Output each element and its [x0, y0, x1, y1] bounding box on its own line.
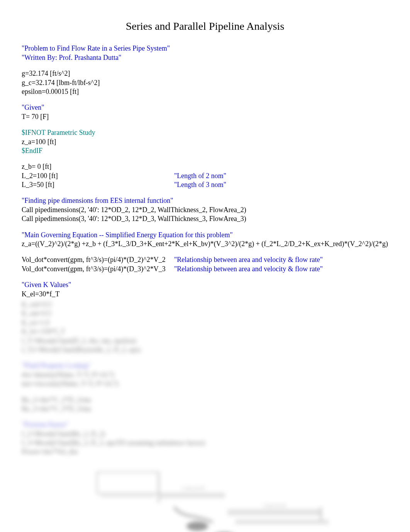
blurred-line: Re_2=rho*V_2*D_2/mu — [22, 396, 388, 405]
page-title: Series and Parallel Pipeline Analysis — [22, 19, 388, 33]
directive-endif: $EndIF — [22, 146, 388, 155]
blurred-line: mu=viscosity(Water, T=T, P=14.7) — [22, 379, 388, 388]
k-el: K_el=30*f_T — [22, 290, 388, 299]
section-main-eq: "Main Governing Equation -- Simplified E… — [22, 231, 388, 240]
z-a: z_a=100 [ft] — [22, 138, 388, 146]
given-t: T= 70 [F] — [22, 112, 388, 121]
author-line: "Written By: Prof. Prashanta Dutta" — [22, 53, 388, 62]
given-label: "Given" — [22, 103, 388, 112]
directive-ifnot: $IFNOT Parametric Study — [22, 128, 388, 137]
blurred-line: K_bv=150*f_T — [22, 327, 388, 336]
problem-statement: "Problem to Find Flow Rate in a Series P… — [22, 44, 388, 53]
l2-comment: "Length of 2 nom" — [174, 172, 388, 180]
blurred-line: K_ex=1.0 — [22, 318, 388, 327]
blurred-line: Re_3=rho*V_3*D_3/mu — [22, 405, 388, 413]
l2-value: L_2=100 [ft] — [22, 172, 174, 180]
svg-rect-0 — [97, 472, 159, 493]
blurred-section-head: "Fluid Property Lookup" — [22, 361, 388, 370]
blurred-content: K_red=0.5 K_ent=0.5 K_ex=1.0 K_bv=150*f_… — [22, 300, 388, 457]
call-pipe-2: Call pipedimensions(2, '40': 12*OD_2, 12… — [22, 206, 388, 214]
voldot1-eq: Vol_dot*convert(gpm, ft^3/s)=(pi/4)*(D_2… — [22, 255, 174, 264]
voldot1-comment: "Relationship between area and velocity … — [174, 255, 388, 264]
pipeline-diagram: 3 nom sch 40 reducer 2 nom sch 40 — [81, 468, 329, 532]
section-k-values: "Given K Values" — [22, 280, 388, 289]
constant-g: g=32.174 [ft/s^2] — [22, 69, 388, 78]
blurred-line: f_T=MoodyChart(D_2, rho, mu, epsilon) — [22, 337, 388, 345]
blurred-line: K_red=0.5 — [22, 300, 388, 309]
svg-text:2 nom sch 40: 2 nom sch 40 — [263, 503, 286, 508]
main-equation: z_a=((V_2)^2)/(2*g) +z_b + (f_3*L_3/D_3+… — [22, 240, 388, 248]
constant-gc: g_c=32.174 [lbm-ft/lbf-s^2] — [22, 78, 388, 87]
l3-row: L_3=50 [ft] "Length of 3 nom" — [22, 180, 388, 189]
section-pipe-dims: "Finding pipe dimensions from EES intern… — [22, 196, 388, 205]
svg-rect-7 — [228, 510, 321, 515]
blurred-line: rho=density(Water, T=T, P=14.7) — [22, 371, 388, 379]
blurred-line: f_3=MoodyChart(Re_3, D_3, eps/D3 assumin… — [22, 439, 388, 447]
l3-comment: "Length of 3 nom" — [174, 180, 388, 189]
diagram-container: 3 nom sch 40 reducer 2 nom sch 40 — [22, 468, 388, 532]
blurred-line: f_2=MoodyChart(Re_2, D_2) — [22, 430, 388, 439]
voldot2-row: Vol_dot*convert(gpm, ft^3/s)=(pi/4)*(D_3… — [22, 265, 388, 274]
svg-rect-10 — [236, 520, 329, 524]
l2-row: L_2=100 [ft] "Length of 2 nom" — [22, 172, 388, 180]
voldot1-row: Vol_dot*convert(gpm, ft^3/s)=(pi/4)*(D_2… — [22, 255, 388, 264]
constant-epsilon: epsilon=0.00015 [ft] — [22, 87, 388, 96]
blurred-section-head: "Friction Factor" — [22, 420, 388, 429]
voldot2-eq: Vol_dot*convert(gpm, ft^3/s)=(pi/4)*(D_3… — [22, 265, 174, 274]
blurred-line: K_ent=0.5 — [22, 309, 388, 318]
svg-text:3 nom sch 40: 3 nom sch 40 — [182, 486, 205, 490]
voldot2-comment: "Relationship between area and velocity … — [174, 265, 388, 274]
z-b: z_b= 0 [ft] — [22, 162, 388, 171]
blurred-line: f_T2=MoodyChart(Reynolds_2, D_2, eps) — [22, 345, 388, 354]
blurred-line: Power=rho*Vol_dot — [22, 447, 388, 456]
call-pipe-3: Call pipedimensions(3, '40': 12*OD_3, 12… — [22, 214, 388, 223]
svg-point-4 — [186, 522, 208, 531]
l3-value: L_3=50 [ft] — [22, 180, 174, 189]
